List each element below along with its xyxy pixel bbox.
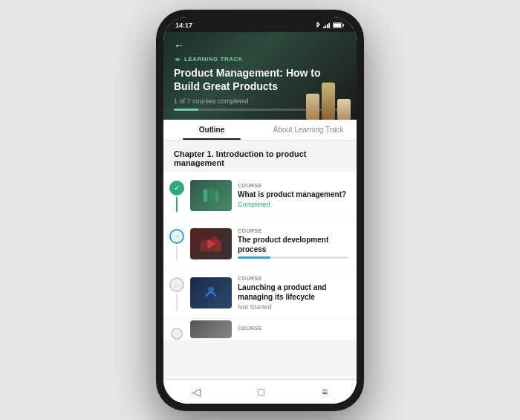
content-area: Chapter 1. Introduction to product manag…	[163, 140, 357, 379]
phone-screen: 14:17	[163, 17, 357, 404]
course-info-1: COURSE What is product management? Compl…	[238, 183, 348, 208]
course-item-1[interactable]: ✓	[163, 172, 357, 219]
battery-icon	[333, 22, 345, 28]
svg-rect-0	[323, 26, 325, 28]
nav-back-button[interactable]: ◁	[192, 386, 201, 398]
course-item-4[interactable]: COURSE	[163, 319, 357, 340]
course-status-3: Not Started	[238, 303, 348, 311]
timeline-col-3: ▷	[163, 276, 190, 311]
svg-rect-8	[204, 189, 208, 201]
course-status-1: Completed	[238, 201, 348, 208]
hero-section: ← LEARNING TRACK Product Management: How…	[163, 32, 357, 120]
bluetooth-icon	[313, 22, 321, 29]
mini-progress-2	[238, 256, 348, 259]
course-content-4: COURSE	[190, 326, 348, 332]
timeline-dot-2: ···	[169, 229, 184, 244]
course-label-1: COURSE	[238, 183, 348, 188]
bottom-nav: ◁ □ ≡	[163, 379, 357, 404]
tab-outline[interactable]: Outline	[163, 120, 260, 140]
status-icons	[313, 22, 345, 29]
svg-point-13	[211, 237, 218, 244]
phone-frame: 14:17	[156, 10, 364, 411]
timeline-line-3	[176, 294, 178, 311]
timeline-col-2: ···	[163, 227, 190, 260]
timeline-col-4	[163, 326, 190, 332]
svg-rect-2	[327, 24, 328, 28]
timeline-col-1: ✓	[163, 179, 190, 212]
svg-rect-5	[343, 24, 345, 26]
course-label-3: COURSE	[238, 276, 348, 281]
course-thumb-4	[190, 320, 232, 338]
course-thumb-1	[190, 180, 232, 211]
course-label-4: COURSE	[238, 326, 348, 331]
timeline-dot-4	[171, 328, 183, 340]
course-info-2: COURSE The product development process	[238, 228, 348, 259]
course-label-2: COURSE	[238, 228, 348, 233]
svg-rect-10	[215, 190, 219, 201]
course-name-1: What is product management?	[238, 190, 348, 199]
course-content-2: COURSE The product development process	[190, 227, 348, 260]
thumb-img-2	[201, 233, 221, 254]
svg-rect-6	[334, 23, 341, 27]
tab-about[interactable]: About Learning Track	[260, 120, 357, 140]
nav-menu-button[interactable]: ≡	[322, 386, 328, 398]
svg-point-15	[208, 287, 213, 292]
thumb-img-1	[201, 185, 221, 206]
course-info-4: COURSE	[238, 326, 348, 332]
course-name-3: Launching a product and managing its lif…	[238, 282, 348, 302]
course-item-2[interactable]: ···	[163, 220, 357, 268]
timeline-dot-1: ✓	[169, 181, 184, 196]
timeline-line-1	[176, 197, 178, 212]
course-thumb-2	[190, 228, 232, 259]
mini-progress-fill-2	[238, 256, 270, 259]
course-list: ✓	[163, 172, 357, 340]
progress-bar-fill	[174, 109, 198, 111]
hero-decoration	[306, 39, 351, 120]
thumb-img-3	[201, 282, 221, 303]
course-thumb-3	[190, 277, 232, 308]
nav-home-button[interactable]: □	[258, 386, 264, 398]
chapter-title: Chapter 1. Introduction to product manag…	[163, 140, 357, 172]
svg-rect-1	[325, 25, 327, 28]
course-info-3: COURSE Launching a product and managing …	[238, 276, 348, 311]
course-content-1: COURSE What is product management? Compl…	[190, 179, 348, 212]
svg-point-7	[177, 58, 179, 60]
svg-rect-9	[209, 188, 214, 204]
status-bar: 14:17	[163, 17, 357, 32]
timeline-line-2	[176, 245, 178, 260]
course-item-3[interactable]: ▷	[163, 268, 357, 318]
course-name-2: The product development process	[238, 235, 348, 254]
track-icon	[174, 56, 181, 63]
status-time: 14:17	[175, 22, 192, 29]
timeline-dot-3: ▷	[169, 277, 184, 292]
signal-icon	[323, 22, 331, 28]
course-content-3: COURSE Launching a product and managing …	[190, 276, 348, 311]
svg-rect-3	[328, 22, 330, 28]
tabs-bar: Outline About Learning Track	[163, 120, 357, 140]
